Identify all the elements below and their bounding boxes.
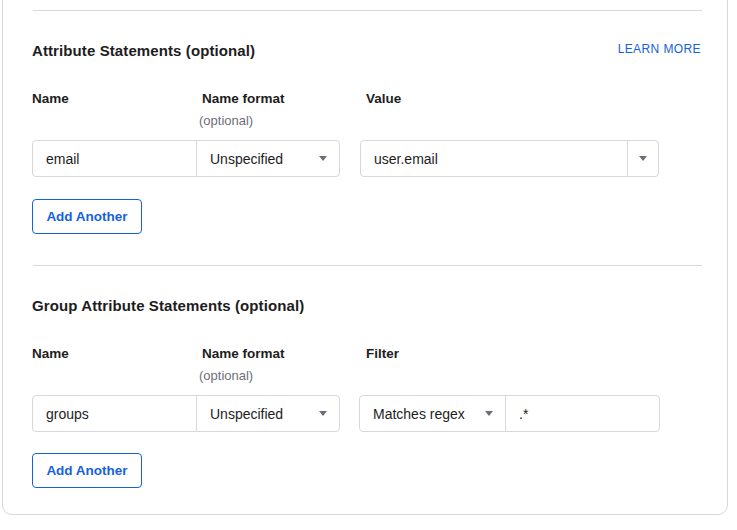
chevron-down-icon bbox=[639, 156, 647, 161]
group-attribute-filter-type-select[interactable]: Matches regex bbox=[359, 395, 506, 432]
group-attribute-name-input[interactable] bbox=[32, 395, 197, 432]
column-label-name-format: Name format bbox=[202, 346, 285, 362]
group-attribute-filter-type-selected: Matches regex bbox=[373, 406, 465, 422]
chevron-down-icon bbox=[485, 411, 493, 416]
group-attribute-statements-title: Group Attribute Statements (optional) bbox=[32, 297, 304, 315]
section-divider-top bbox=[33, 10, 702, 11]
attribute-value-group bbox=[360, 140, 659, 177]
column-label-name-format: Name format bbox=[202, 91, 285, 107]
add-another-group-attribute-button[interactable]: Add Another bbox=[32, 453, 142, 488]
attribute-statements-title: Attribute Statements (optional) bbox=[32, 42, 255, 60]
attribute-name-input[interactable] bbox=[32, 140, 197, 177]
group-attribute-name-format-select[interactable]: Unspecified bbox=[196, 395, 340, 432]
attribute-name-format-select[interactable]: Unspecified bbox=[196, 140, 340, 177]
group-attribute-name-group: Unspecified bbox=[32, 395, 340, 432]
attribute-name-format-selected: Unspecified bbox=[210, 151, 283, 167]
group-attribute-filter-value-input[interactable] bbox=[505, 395, 660, 432]
chevron-down-icon bbox=[319, 156, 327, 161]
section-divider-middle bbox=[33, 265, 702, 266]
attribute-value-input[interactable] bbox=[360, 140, 628, 177]
column-label-name: Name bbox=[32, 91, 69, 107]
attribute-value-dropdown-button[interactable] bbox=[627, 140, 659, 177]
column-label-name: Name bbox=[32, 346, 69, 362]
attribute-name-group: Unspecified bbox=[32, 140, 340, 177]
group-attribute-name-format-selected: Unspecified bbox=[210, 406, 283, 422]
column-sublabel-optional: (optional) bbox=[199, 368, 253, 384]
add-another-attribute-button[interactable]: Add Another bbox=[32, 199, 142, 234]
column-label-value: Value bbox=[366, 91, 401, 107]
group-attribute-filter-group: Matches regex bbox=[359, 395, 660, 432]
chevron-down-icon bbox=[319, 411, 327, 416]
column-sublabel-optional: (optional) bbox=[199, 113, 253, 129]
column-label-filter: Filter bbox=[366, 346, 399, 362]
learn-more-link[interactable]: LEARN MORE bbox=[618, 42, 701, 57]
settings-card bbox=[2, 0, 728, 515]
